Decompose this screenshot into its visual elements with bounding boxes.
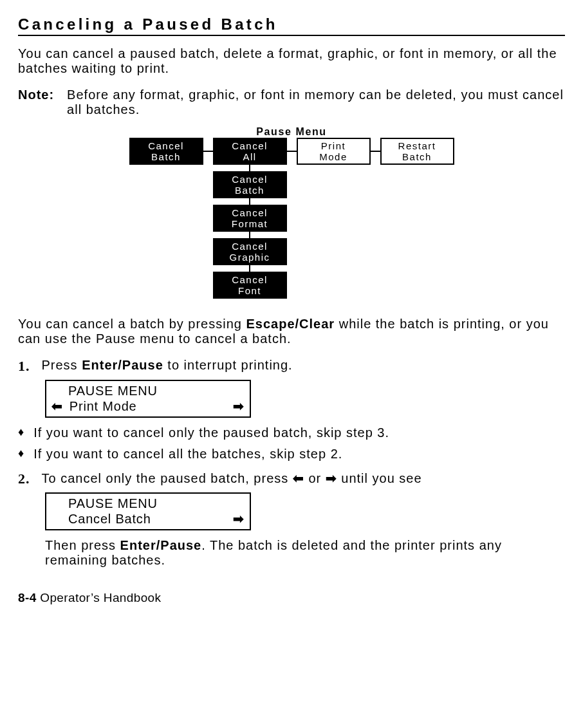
menu-cancel-batch: Cancel Batch xyxy=(129,138,203,165)
menu-restart-batch: Restart Batch xyxy=(380,138,454,165)
after-step-2: Then press Enter/Pause. The batch is del… xyxy=(45,538,565,568)
display2-line1: PAUSE MENU xyxy=(68,496,158,511)
bullet-2: ♦ If you want to cancel all the batches,… xyxy=(18,447,565,462)
pause-menu-title: Pause Menu xyxy=(18,126,565,138)
note-text: Before any format, graphic, or font in m… xyxy=(67,88,565,117)
menu-top-row: Cancel Batch Cancel All Print Mode Resta… xyxy=(129,138,454,165)
right-arrow-icon: ➡ xyxy=(233,398,245,414)
submenu-cancel-batch: Cancel Batch xyxy=(213,171,287,198)
submenu-cancel-graphic: Cancel Graphic xyxy=(213,238,287,265)
right-arrow-icon: ➡ xyxy=(326,471,337,485)
step-2-number: 2. xyxy=(18,471,30,487)
bullet-icon: ♦ xyxy=(18,447,24,461)
step-1-suffix: to interrupt printing. xyxy=(163,358,293,372)
step-1-bold: Enter/Pause xyxy=(82,358,163,372)
after2-bold: Enter/Pause xyxy=(120,538,202,552)
connector xyxy=(371,151,380,152)
step-2-or: or xyxy=(304,471,326,485)
display2-line2: Cancel Batch xyxy=(68,512,151,527)
mid-bold: Escape/Clear xyxy=(246,317,335,331)
step-2-suffix: until you see xyxy=(337,471,422,485)
submenu-cancel-font: Cancel Font xyxy=(213,272,287,299)
note-row: Note: Before any format, graphic, or fon… xyxy=(18,88,565,117)
step-2-prefix: To cancel only the paused batch, press xyxy=(42,471,293,485)
bullet-2-text: If you want to cancel all the batches, s… xyxy=(33,447,342,462)
footer-title: Operator’s Handbook xyxy=(37,591,162,604)
after2-prefix: Then press xyxy=(45,538,120,552)
connector xyxy=(249,165,250,171)
connector xyxy=(249,232,250,238)
menu-cancel-all: Cancel All xyxy=(213,138,287,165)
display-box-2: PAUSE MENU Cancel Batch ➡ xyxy=(45,492,251,530)
intro-paragraph: You can cancel a paused batch, delete a … xyxy=(18,46,565,76)
submenu-cancel-format: Cancel Format xyxy=(213,205,287,232)
section-heading: Canceling a Paused Batch xyxy=(18,15,565,36)
menu-print-mode: Print Mode xyxy=(297,138,371,165)
step-1-number: 1. xyxy=(18,358,30,375)
connector xyxy=(287,151,297,152)
connector xyxy=(203,151,213,152)
step-2: 2. To cancel only the paused batch, pres… xyxy=(18,471,565,487)
note-label: Note: xyxy=(18,88,54,117)
footer: 8-4 Operator’s Handbook xyxy=(18,591,565,605)
right-arrow-icon: ➡ xyxy=(233,511,245,527)
left-arrow-icon: ⬅ xyxy=(293,471,304,485)
step-1-text: Press Enter/Pause to interrupt printing. xyxy=(42,358,293,375)
mid-paragraph: You can cancel a batch by pressing Escap… xyxy=(18,317,565,346)
page-number: 8-4 xyxy=(18,591,37,604)
mid-prefix: You can cancel a batch by pressing xyxy=(18,317,246,331)
step-2-text: To cancel only the paused batch, press ⬅… xyxy=(42,471,422,487)
display1-line2: Print Mode xyxy=(69,399,137,414)
bullet-icon: ♦ xyxy=(18,425,24,440)
connector xyxy=(249,198,250,205)
step-1-prefix: Press xyxy=(42,358,82,372)
connector xyxy=(249,265,250,272)
bullet-1: ♦ If you want to cancel only the paused … xyxy=(18,425,565,440)
left-arrow-icon: ⬅ xyxy=(51,398,63,414)
display-box-1: PAUSE MENU ⬅ Print Mode ➡ xyxy=(45,380,251,418)
display1-line1: PAUSE MENU xyxy=(68,384,158,398)
bullet-1-text: If you want to cancel only the paused ba… xyxy=(33,425,389,440)
submenu-column: Cancel Batch Cancel Format Cancel Graphi… xyxy=(213,165,287,299)
pause-menu-diagram: Cancel Batch Cancel All Print Mode Resta… xyxy=(18,138,565,299)
step-1: 1. Press Enter/Pause to interrupt printi… xyxy=(18,358,565,375)
